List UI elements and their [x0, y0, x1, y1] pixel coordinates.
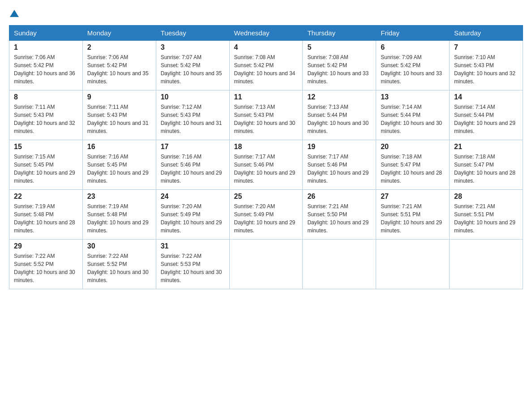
day-info: Sunrise: 7:13 AM Sunset: 5:44 PM Dayligh… — [307, 103, 371, 135]
day-number: 19 — [307, 143, 371, 151]
day-info: Sunrise: 7:08 AM Sunset: 5:42 PM Dayligh… — [307, 53, 371, 86]
logo — [9, 9, 19, 18]
calendar-cell: 26 Sunrise: 7:21 AM Sunset: 5:50 PM Dayl… — [303, 190, 376, 240]
calendar-cell: 5 Sunrise: 7:08 AM Sunset: 5:42 PM Dayli… — [303, 41, 376, 90]
day-number: 11 — [234, 93, 298, 101]
day-number: 30 — [87, 242, 151, 250]
calendar-cell — [376, 240, 450, 289]
day-info: Sunrise: 7:08 AM Sunset: 5:42 PM Dayligh… — [234, 53, 298, 86]
day-number: 3 — [161, 43, 225, 51]
header-thursday: Thursday — [303, 26, 376, 41]
day-number: 27 — [381, 193, 445, 201]
logo-triangle-icon — [10, 9, 19, 18]
day-info: Sunrise: 7:12 AM Sunset: 5:43 PM Dayligh… — [161, 103, 225, 135]
header-friday: Friday — [376, 26, 450, 41]
day-number: 1 — [14, 43, 78, 51]
day-number: 25 — [234, 193, 298, 201]
header-wednesday: Wednesday — [229, 26, 303, 41]
day-number: 7 — [454, 43, 518, 51]
day-info: Sunrise: 7:18 AM Sunset: 5:47 PM Dayligh… — [454, 153, 518, 185]
day-number: 6 — [381, 43, 445, 51]
calendar-week-row: 22 Sunrise: 7:19 AM Sunset: 5:48 PM Dayl… — [9, 190, 523, 240]
day-info: Sunrise: 7:19 AM Sunset: 5:48 PM Dayligh… — [87, 202, 151, 235]
day-number: 26 — [307, 193, 371, 201]
calendar-cell: 27 Sunrise: 7:21 AM Sunset: 5:51 PM Dayl… — [376, 190, 450, 240]
day-info: Sunrise: 7:09 AM Sunset: 5:42 PM Dayligh… — [381, 53, 445, 86]
calendar-cell: 3 Sunrise: 7:07 AM Sunset: 5:42 PM Dayli… — [156, 41, 229, 90]
day-number: 18 — [234, 143, 298, 151]
calendar-cell: 17 Sunrise: 7:16 AM Sunset: 5:46 PM Dayl… — [156, 140, 229, 190]
calendar-cell: 23 Sunrise: 7:19 AM Sunset: 5:48 PM Dayl… — [82, 190, 156, 240]
calendar-cell: 30 Sunrise: 7:22 AM Sunset: 5:52 PM Dayl… — [82, 240, 156, 289]
calendar-week-row: 29 Sunrise: 7:22 AM Sunset: 5:52 PM Dayl… — [9, 240, 523, 289]
day-number: 22 — [14, 193, 78, 201]
day-number: 20 — [381, 143, 445, 151]
svg-marker-0 — [10, 10, 19, 17]
calendar-cell: 8 Sunrise: 7:11 AM Sunset: 5:43 PM Dayli… — [9, 90, 83, 140]
calendar-cell: 31 Sunrise: 7:22 AM Sunset: 5:53 PM Dayl… — [156, 240, 229, 289]
calendar-cell: 19 Sunrise: 7:17 AM Sunset: 5:46 PM Dayl… — [303, 140, 376, 190]
day-info: Sunrise: 7:06 AM Sunset: 5:42 PM Dayligh… — [14, 53, 78, 86]
calendar-cell: 25 Sunrise: 7:20 AM Sunset: 5:49 PM Dayl… — [229, 190, 303, 240]
calendar-cell: 16 Sunrise: 7:16 AM Sunset: 5:45 PM Dayl… — [82, 140, 156, 190]
calendar-cell: 29 Sunrise: 7:22 AM Sunset: 5:52 PM Dayl… — [9, 240, 83, 289]
day-info: Sunrise: 7:13 AM Sunset: 5:43 PM Dayligh… — [234, 103, 298, 135]
calendar-week-row: 1 Sunrise: 7:06 AM Sunset: 5:42 PM Dayli… — [9, 41, 523, 90]
calendar-cell: 4 Sunrise: 7:08 AM Sunset: 5:42 PM Dayli… — [229, 41, 303, 90]
day-number: 15 — [14, 143, 78, 151]
calendar-cell: 10 Sunrise: 7:12 AM Sunset: 5:43 PM Dayl… — [156, 90, 229, 140]
day-info: Sunrise: 7:21 AM Sunset: 5:51 PM Dayligh… — [454, 202, 518, 235]
day-info: Sunrise: 7:15 AM Sunset: 5:45 PM Dayligh… — [14, 153, 78, 185]
day-number: 24 — [161, 193, 225, 201]
day-number: 4 — [234, 43, 298, 51]
day-number: 16 — [87, 143, 151, 151]
day-info: Sunrise: 7:17 AM Sunset: 5:46 PM Dayligh… — [234, 153, 298, 185]
day-info: Sunrise: 7:22 AM Sunset: 5:52 PM Dayligh… — [14, 252, 78, 284]
calendar-cell — [303, 240, 376, 289]
calendar-cell: 21 Sunrise: 7:18 AM Sunset: 5:47 PM Dayl… — [450, 140, 523, 190]
calendar-cell: 24 Sunrise: 7:20 AM Sunset: 5:49 PM Dayl… — [156, 190, 229, 240]
calendar-cell: 12 Sunrise: 7:13 AM Sunset: 5:44 PM Dayl… — [303, 90, 376, 140]
calendar-cell: 14 Sunrise: 7:14 AM Sunset: 5:44 PM Dayl… — [450, 90, 523, 140]
calendar-cell: 6 Sunrise: 7:09 AM Sunset: 5:42 PM Dayli… — [376, 41, 450, 90]
day-info: Sunrise: 7:21 AM Sunset: 5:50 PM Dayligh… — [307, 202, 371, 235]
day-info: Sunrise: 7:17 AM Sunset: 5:46 PM Dayligh… — [307, 153, 371, 185]
day-number: 28 — [454, 193, 518, 201]
day-number: 10 — [161, 93, 225, 101]
day-info: Sunrise: 7:10 AM Sunset: 5:43 PM Dayligh… — [454, 53, 518, 86]
calendar-header-row: Sunday Monday Tuesday Wednesday Thursday… — [9, 26, 523, 41]
day-number: 29 — [14, 242, 78, 250]
day-info: Sunrise: 7:16 AM Sunset: 5:46 PM Dayligh… — [161, 153, 225, 185]
day-info: Sunrise: 7:21 AM Sunset: 5:51 PM Dayligh… — [381, 202, 445, 235]
day-number: 13 — [381, 93, 445, 101]
calendar-week-row: 15 Sunrise: 7:15 AM Sunset: 5:45 PM Dayl… — [9, 140, 523, 190]
day-info: Sunrise: 7:06 AM Sunset: 5:42 PM Dayligh… — [87, 53, 151, 86]
day-info: Sunrise: 7:20 AM Sunset: 5:49 PM Dayligh… — [161, 202, 225, 235]
calendar-cell: 2 Sunrise: 7:06 AM Sunset: 5:42 PM Dayli… — [82, 41, 156, 90]
day-info: Sunrise: 7:07 AM Sunset: 5:42 PM Dayligh… — [161, 53, 225, 86]
header-saturday: Saturday — [450, 26, 523, 41]
calendar-cell — [229, 240, 303, 289]
day-info: Sunrise: 7:18 AM Sunset: 5:47 PM Dayligh… — [381, 153, 445, 185]
calendar-cell: 11 Sunrise: 7:13 AM Sunset: 5:43 PM Dayl… — [229, 90, 303, 140]
header-monday: Monday — [82, 26, 156, 41]
day-info: Sunrise: 7:11 AM Sunset: 5:43 PM Dayligh… — [87, 103, 151, 135]
calendar-cell: 22 Sunrise: 7:19 AM Sunset: 5:48 PM Dayl… — [9, 190, 83, 240]
day-number: 2 — [87, 43, 151, 51]
day-info: Sunrise: 7:22 AM Sunset: 5:52 PM Dayligh… — [87, 252, 151, 284]
calendar-cell: 13 Sunrise: 7:14 AM Sunset: 5:44 PM Dayl… — [376, 90, 450, 140]
calendar-cell: 7 Sunrise: 7:10 AM Sunset: 5:43 PM Dayli… — [450, 41, 523, 90]
day-number: 12 — [307, 93, 371, 101]
day-number: 5 — [307, 43, 371, 51]
day-info: Sunrise: 7:22 AM Sunset: 5:53 PM Dayligh… — [161, 252, 225, 284]
calendar-cell: 9 Sunrise: 7:11 AM Sunset: 5:43 PM Dayli… — [82, 90, 156, 140]
day-number: 23 — [87, 193, 151, 201]
day-info: Sunrise: 7:14 AM Sunset: 5:44 PM Dayligh… — [454, 103, 518, 135]
day-number: 8 — [14, 93, 78, 101]
header-sunday: Sunday — [9, 26, 83, 41]
day-number: 14 — [454, 93, 518, 101]
day-info: Sunrise: 7:19 AM Sunset: 5:48 PM Dayligh… — [14, 202, 78, 235]
day-number: 21 — [454, 143, 518, 151]
day-number: 9 — [87, 93, 151, 101]
calendar-week-row: 8 Sunrise: 7:11 AM Sunset: 5:43 PM Dayli… — [9, 90, 523, 140]
